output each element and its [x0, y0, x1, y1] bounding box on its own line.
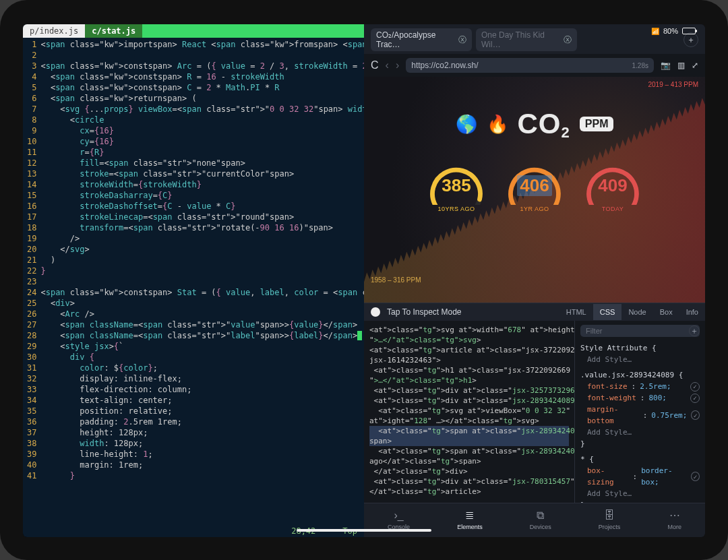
elements-icon: ≣: [465, 509, 474, 522]
styles-filter[interactable]: Filter: [580, 325, 700, 337]
tab-index-js[interactable]: p/index.js: [23, 24, 85, 38]
tab-stat-js[interactable]: c/stat.js: [85, 24, 142, 38]
dom-tree[interactable]: <at">class="tg">svg at">width="678" at">…: [364, 321, 574, 503]
devices-icon: ⧉: [537, 509, 544, 522]
devtab-node[interactable]: Node: [621, 304, 653, 320]
gauge-today: 409 TODAY: [583, 164, 642, 212]
gauge-label: 10YRS AGO: [437, 206, 475, 212]
url-text: https://co2.now.sh/: [411, 61, 478, 70]
close-icon[interactable]: ⓧ: [458, 34, 466, 46]
expand-icon[interactable]: ⤢: [692, 61, 698, 70]
code-editor: p/index.js c/stat.js 1234567891011121314…: [23, 24, 364, 537]
browser-tab-active[interactable]: CO₂/Apocalypse Trac… ⓧ: [371, 28, 472, 51]
screen: 80% p/index.js c/stat.js 123456789101112…: [23, 24, 705, 537]
url-bar[interactable]: https://co2.now.sh/ 1.28s: [406, 58, 654, 73]
ipad-frame: 80% p/index.js c/stat.js 123456789101112…: [0, 0, 728, 560]
gauge-value: 385: [442, 175, 471, 196]
tab-title: CO₂/Apocalypse Trac…: [376, 30, 454, 49]
camera-icon[interactable]: 📷: [661, 61, 671, 70]
nav-devices[interactable]: ⧉Devices: [530, 509, 551, 530]
gauges-row: 385 10YRS AGO 406 1YR AGO 409 TODAY: [364, 164, 705, 212]
annotation-bottom-left: 1958 – 316 PPM: [371, 276, 421, 284]
add-rule-button[interactable]: ＋: [689, 325, 700, 336]
console-icon: ›_: [394, 509, 403, 522]
code-body[interactable]: 1234567891011121314151617181920212223242…: [23, 38, 364, 525]
devtab-css[interactable]: CSS: [593, 304, 622, 320]
gauge-10yrs-ago: 385 10YRS AGO: [427, 164, 486, 212]
inspect-bar: Tap To Inspect Mode HTMLCSSNodeBoxInfo: [364, 303, 705, 321]
tab-title: One Day This Kid Wil…: [481, 30, 559, 49]
annotation-top-right: 2019 – 413 PPM: [648, 81, 699, 88]
code-lines[interactable]: <span class="kw">importspan> React <span…: [40, 39, 364, 522]
styles-pane[interactable]: Filter ＋ Style Attribute {Add Style….val…: [574, 321, 705, 503]
page-preview[interactable]: 2019 – 413 PPM 1958 – 316 PPM 🌎 🔥 CO2 PP…: [364, 77, 705, 303]
devtools: <at">class="tg">svg at">width="678" at">…: [364, 321, 705, 503]
line-gutter: 1234567891011121314151617181920212223242…: [23, 39, 40, 522]
gauge-1yr-ago: 406 1YR AGO: [505, 164, 564, 212]
devtab-box[interactable]: Box: [653, 304, 679, 320]
devtool-tabs: HTMLCSSNodeBoxInfo: [559, 304, 705, 320]
devtab-html[interactable]: HTML: [559, 304, 593, 320]
nav-console[interactable]: ›_Console: [388, 509, 410, 530]
devtab-info[interactable]: Info: [679, 304, 705, 320]
gauge-label: 1YR AGO: [520, 206, 549, 212]
nav-projects[interactable]: 🗄Projects: [599, 509, 621, 530]
nav-elements[interactable]: ≣Elements: [457, 509, 483, 530]
wifi-icon: [651, 27, 659, 35]
gauge-value: 409: [598, 175, 627, 196]
load-timing: 1.28s: [632, 62, 648, 69]
projects-icon: 🗄: [604, 509, 615, 522]
inspect-label: Tap To Inspect Mode: [387, 307, 462, 317]
co2-sub: 2: [562, 124, 570, 141]
back-button[interactable]: ‹: [386, 59, 389, 71]
bottom-nav: ›_Console≣Elements⧉Devices🗄Projects⋯More: [364, 503, 705, 537]
gauge-label: TODAY: [602, 206, 624, 212]
panel-icon[interactable]: ▥: [677, 61, 685, 70]
close-icon[interactable]: ⓧ: [564, 34, 572, 46]
forward-button[interactable]: ›: [396, 59, 399, 71]
inspector-app: CO₂/Apocalypse Trac… ⓧ One Day This Kid …: [364, 24, 705, 537]
reload-button[interactable]: C: [371, 59, 379, 71]
url-row: C ‹ › https://co2.now.sh/ 1.28s 📷 ▥ ⤢: [364, 54, 705, 77]
nav-more[interactable]: ⋯More: [667, 509, 681, 530]
browser-tab-inactive[interactable]: One Day This Kid Wil… ⓧ: [476, 28, 577, 51]
home-indicator[interactable]: [297, 529, 431, 532]
gauge-value: 406: [517, 175, 551, 196]
battery-percent: 80%: [663, 27, 678, 35]
editor-tabs: p/index.js c/stat.js: [23, 24, 364, 38]
battery-icon: [682, 28, 696, 34]
tab-strip: [142, 24, 364, 38]
inspect-toggle[interactable]: [371, 307, 380, 317]
more-icon: ⋯: [669, 509, 680, 522]
url-actions: 📷 ▥ ⤢: [661, 61, 698, 70]
status-bar: 80%: [651, 27, 696, 35]
